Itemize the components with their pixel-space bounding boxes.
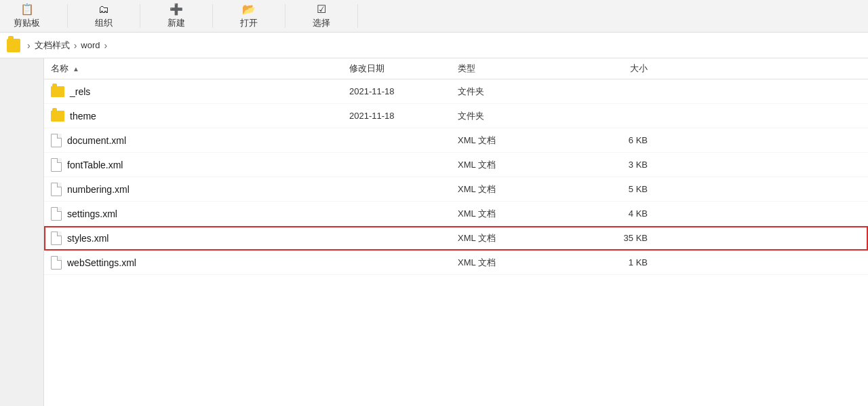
file-table-header: 名称 ▲ 修改日期 类型 大小 <box>44 58 868 79</box>
clipboard-button[interactable]: 📋 剪贴板 <box>0 4 68 28</box>
folder-icon <box>51 111 64 122</box>
file-size-cell: 5 KB <box>580 184 648 194</box>
column-modified[interactable]: 修改日期 <box>349 62 458 75</box>
file-size-cell: 1 KB <box>580 257 648 267</box>
main-content: 名称 ▲ 修改日期 类型 大小 _rels 2021-11-18 文件夹 <box>0 58 868 406</box>
toolbar: 📋 剪贴板 🗂 组织 ➕ 新建 📂 打开 ☑ 选择 <box>0 0 868 33</box>
xml-file-icon <box>51 232 62 245</box>
breadcrumb-part-1[interactable]: 文档样式 <box>35 39 70 52</box>
open-icon: 📂 <box>242 3 256 16</box>
select-icon: ☑ <box>317 3 326 16</box>
file-row[interactable]: numbering.xml XML 文档 5 KB <box>44 177 868 202</box>
new-label: 新建 <box>167 17 185 29</box>
file-list: _rels 2021-11-18 文件夹 theme 2021-11-18 文件… <box>44 79 868 275</box>
file-name: document.xml <box>67 135 126 146</box>
open-label: 打开 <box>240 17 258 29</box>
organize-label: 组织 <box>95 17 113 29</box>
file-name-cell: styles.xml <box>51 232 349 245</box>
breadcrumb-arrow-2: › <box>74 40 77 51</box>
file-row[interactable]: styles.xml XML 文档 35 KB <box>44 226 868 251</box>
open-button[interactable]: 📂 打开 <box>213 4 285 28</box>
organize-icon: 🗂 <box>98 3 109 16</box>
xml-file-icon <box>51 183 62 196</box>
file-name: numbering.xml <box>67 184 130 195</box>
file-name-cell: settings.xml <box>51 207 349 221</box>
file-name: webSettings.xml <box>67 257 136 268</box>
file-size-cell: 4 KB <box>580 208 648 219</box>
file-name: fontTable.xml <box>67 160 123 170</box>
file-name-cell: numbering.xml <box>51 183 349 196</box>
file-name-cell: webSettings.xml <box>51 256 349 270</box>
file-size-cell: 6 KB <box>580 135 648 145</box>
file-row[interactable]: webSettings.xml XML 文档 1 KB <box>44 251 868 275</box>
xml-file-icon <box>51 207 62 221</box>
file-name: _rels <box>70 86 90 97</box>
file-type-cell: XML 文档 <box>458 208 580 220</box>
file-type-cell: XML 文档 <box>458 134 580 147</box>
file-name-cell: document.xml <box>51 134 349 147</box>
file-name: theme <box>70 111 96 122</box>
xml-file-icon <box>51 256 62 270</box>
folder-icon <box>7 39 20 52</box>
breadcrumb-arrow-1: › <box>27 40 31 51</box>
breadcrumb-arrow-3: › <box>104 40 108 51</box>
file-name-cell: _rels <box>51 86 349 97</box>
file-row[interactable]: _rels 2021-11-18 文件夹 <box>44 79 868 104</box>
file-area: 名称 ▲ 修改日期 类型 大小 _rels 2021-11-18 文件夹 <box>44 58 868 406</box>
breadcrumb: › 文档样式 › word › <box>0 33 868 58</box>
column-size[interactable]: 大小 <box>580 62 648 75</box>
clipboard-icon: 📋 <box>20 3 34 16</box>
file-modified-cell: 2021-11-18 <box>349 111 458 121</box>
xml-file-icon <box>51 158 62 172</box>
breadcrumb-part-2[interactable]: word <box>81 40 100 50</box>
column-type[interactable]: 类型 <box>458 62 580 75</box>
new-icon: ➕ <box>170 3 183 16</box>
file-type-cell: XML 文档 <box>458 159 580 171</box>
file-name-cell: fontTable.xml <box>51 158 349 172</box>
file-size-cell: 35 KB <box>580 233 648 243</box>
select-button[interactable]: ☑ 选择 <box>285 4 358 28</box>
file-type-cell: XML 文档 <box>458 257 580 269</box>
file-name: styles.xml <box>67 233 108 244</box>
folder-icon <box>51 86 64 97</box>
select-label: 选择 <box>313 17 330 29</box>
organize-button[interactable]: 🗂 组织 <box>68 4 140 28</box>
file-type-cell: 文件夹 <box>458 86 580 98</box>
file-row[interactable]: document.xml XML 文档 6 KB <box>44 128 868 153</box>
sidebar <box>0 58 44 406</box>
column-name[interactable]: 名称 ▲ <box>51 62 349 75</box>
file-type-cell: XML 文档 <box>458 183 580 196</box>
sort-arrow-icon: ▲ <box>73 65 79 73</box>
file-name-cell: theme <box>51 111 349 122</box>
file-name: settings.xml <box>67 208 117 219</box>
file-type-cell: XML 文档 <box>458 232 580 244</box>
new-button[interactable]: ➕ 新建 <box>140 4 213 28</box>
file-modified-cell: 2021-11-18 <box>349 86 458 96</box>
file-size-cell: 3 KB <box>580 160 648 170</box>
clipboard-label: 剪贴板 <box>14 17 40 29</box>
file-row[interactable]: fontTable.xml XML 文档 3 KB <box>44 153 868 177</box>
file-row[interactable]: theme 2021-11-18 文件夹 <box>44 104 868 128</box>
xml-file-icon <box>51 134 62 147</box>
file-type-cell: 文件夹 <box>458 110 580 122</box>
file-row[interactable]: settings.xml XML 文档 4 KB <box>44 202 868 226</box>
